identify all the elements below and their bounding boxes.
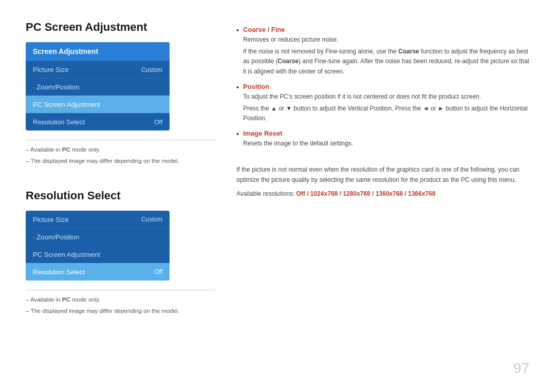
- section1-notes: – Available in PC mode only. – The displ…: [26, 140, 216, 166]
- menu-item-picture-size[interactable]: Picture Size Custom: [26, 61, 170, 78]
- bullet-image-reset: • Image Reset Resets the image to the de…: [236, 129, 529, 148]
- page-number: 97: [513, 360, 529, 377]
- menu-item2-zoom-position[interactable]: · Zoom/Position: [26, 228, 170, 246]
- menu-item2-picture-size[interactable]: Picture Size Custom: [26, 211, 170, 228]
- menu-item2-pc-screen-adjustment[interactable]: PC Screen Adjustment: [26, 246, 170, 263]
- bullet-coarse-fine: • Coarse / Fine Removes or reduces pictu…: [236, 26, 529, 77]
- section1-menu-header: Screen Adjustment: [26, 42, 170, 61]
- menu-item2-resolution-select[interactable]: Resolution Select Off: [26, 263, 170, 281]
- section2-menu-box: Picture Size Custom · Zoom/Position PC S…: [26, 211, 170, 281]
- section1-menu-box: Screen Adjustment Picture Size Custom · …: [26, 42, 170, 130]
- bullets-section: • Coarse / Fine Removes or reduces pictu…: [236, 26, 529, 149]
- section2-description: If the picture is not normal even when t…: [236, 164, 529, 185]
- menu-item-zoom-position[interactable]: · Zoom/Position: [26, 78, 170, 96]
- section1-title: PC Screen Adjustment: [26, 21, 216, 34]
- section2-resolutions: Available resolutions: Off / 1024x768 / …: [236, 190, 529, 197]
- bullet-position: • Position To adjust the PC's screen pos…: [236, 83, 529, 124]
- menu-item-resolution-select[interactable]: Resolution Select Off: [26, 113, 170, 130]
- section2-title: Resolution Select: [26, 189, 216, 202]
- menu-item-pc-screen-adjustment[interactable]: PC Screen Adjustment: [26, 96, 170, 113]
- section2-notes: – Available in PC mode only. – The displ…: [26, 290, 216, 316]
